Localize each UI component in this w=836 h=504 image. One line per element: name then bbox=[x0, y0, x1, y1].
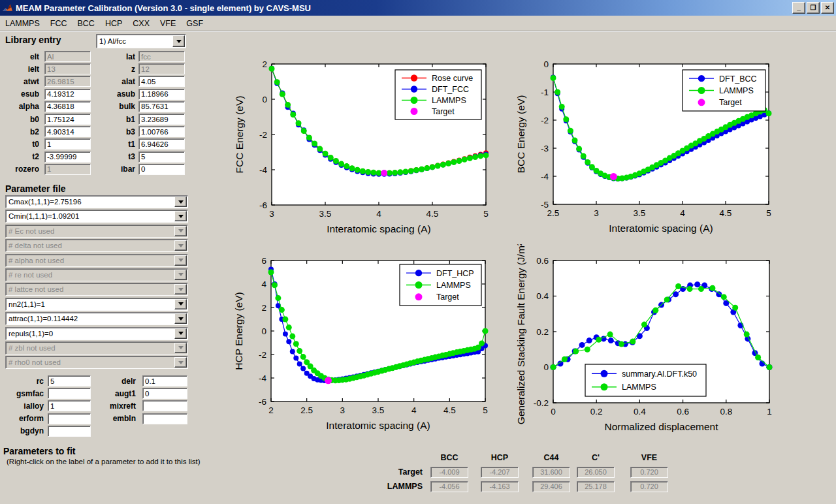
svg-text:3: 3 bbox=[269, 209, 274, 219]
field-z bbox=[138, 63, 185, 74]
menu-item-gsf[interactable]: GSF bbox=[181, 17, 208, 30]
param-dropdown-arrow bbox=[174, 284, 187, 294]
field-erform[interactable] bbox=[48, 413, 91, 424]
param-dropdown-arrow bbox=[174, 226, 187, 236]
chevron-down-icon bbox=[178, 200, 184, 204]
results-row-label-lammps: LAMMPS bbox=[364, 482, 423, 491]
field-delr[interactable] bbox=[142, 375, 187, 386]
field-ialloy[interactable] bbox=[48, 400, 91, 411]
field-t3[interactable] bbox=[138, 151, 185, 163]
param-dropdown-arrow[interactable] bbox=[174, 197, 187, 207]
settings-field-grid: rcdelrgsmfacaugt1ialloymixrefterformembl… bbox=[5, 375, 187, 437]
menu-item-hcp[interactable]: HCP bbox=[100, 17, 127, 30]
param-dropdown-arrow[interactable] bbox=[174, 299, 187, 309]
field-label-lat: lat bbox=[95, 52, 135, 61]
field-asub[interactable] bbox=[138, 89, 185, 100]
menu-item-cxx[interactable]: CXX bbox=[127, 17, 155, 30]
chevron-down-icon bbox=[178, 229, 184, 232]
field-t0[interactable] bbox=[44, 138, 91, 150]
field-label-augt1: augt1 bbox=[95, 389, 136, 398]
field-label-bgdyn: bgdyn bbox=[5, 426, 44, 435]
field-b3[interactable] bbox=[138, 126, 185, 137]
field-label-ibar: ibar bbox=[95, 165, 135, 174]
library-field-grid: eltlatieltzatwtalatesubasubalphabulkb0b1… bbox=[5, 50, 185, 176]
field-rc[interactable] bbox=[48, 375, 91, 386]
field-label-ielt: ielt bbox=[5, 65, 39, 74]
field-augt1[interactable] bbox=[142, 388, 187, 399]
minimize-button[interactable]: _ bbox=[792, 2, 805, 14]
matlab-icon bbox=[2, 3, 13, 14]
svg-text:4.5: 4.5 bbox=[426, 209, 439, 219]
menu-item-lammps[interactable]: LAMMPS bbox=[0, 17, 45, 30]
field-b0[interactable] bbox=[44, 114, 91, 125]
field-embln[interactable] bbox=[142, 413, 187, 424]
param-dropdown-arrow[interactable] bbox=[174, 328, 187, 339]
svg-text:0: 0 bbox=[543, 362, 549, 372]
menu-item-vfe[interactable]: VFE bbox=[155, 17, 181, 30]
field-gsmfac[interactable] bbox=[48, 388, 91, 399]
param-dropdown-arrow[interactable] bbox=[174, 313, 187, 324]
svg-text:Target: Target bbox=[436, 292, 459, 302]
field-label-b0: b0 bbox=[5, 115, 39, 124]
chart-fcc: 33.544.55-6-4-202Interatomic spacing (A)… bbox=[226, 48, 502, 242]
results-value-target-bcc: -4.009 bbox=[430, 467, 468, 478]
results-value-lammps-hcp: -4.163 bbox=[481, 481, 519, 492]
param-dropdown-text: Cmax(1,1,1)=2.75196 bbox=[6, 198, 174, 206]
param-dropdown-text: # lattce not used bbox=[6, 285, 174, 293]
results-value-lammps-vfe: 0.720 bbox=[630, 481, 668, 492]
field-t2[interactable] bbox=[44, 151, 91, 163]
field-b1[interactable] bbox=[138, 114, 185, 125]
svg-text:5: 5 bbox=[483, 209, 489, 219]
param-dropdown-text: Cmin(1,1,1)=1.09201 bbox=[6, 212, 174, 220]
param-dropdown-text: nn2(1,1)=1 bbox=[6, 300, 174, 308]
field-label-t2: t2 bbox=[5, 152, 39, 161]
field-row: bgdyn bbox=[5, 425, 187, 437]
svg-text:BCC Energy (eV): BCC Energy (eV) bbox=[515, 95, 526, 174]
param-dropdown-8[interactable]: nn2(1,1)=1 bbox=[5, 298, 188, 311]
svg-text:Target: Target bbox=[719, 98, 742, 107]
field-label-t0: t0 bbox=[5, 140, 39, 149]
field-row: atwtalat bbox=[5, 75, 185, 87]
field-b2[interactable] bbox=[44, 126, 91, 137]
svg-text:3: 3 bbox=[594, 208, 599, 218]
param-dropdown-text: # re not used bbox=[6, 271, 174, 279]
param-dropdown-2[interactable]: Cmin(1,1,1)=1.09201 bbox=[5, 210, 188, 223]
field-label-ialloy: ialloy bbox=[5, 402, 44, 411]
svg-text:-6: -6 bbox=[259, 397, 266, 407]
menu-item-fcc[interactable]: FCC bbox=[45, 17, 72, 30]
field-alpha[interactable] bbox=[44, 101, 91, 112]
param-dropdown-text: # delta not used bbox=[6, 242, 174, 249]
restore-button[interactable]: ❐ bbox=[807, 2, 820, 14]
param-dropdown-9[interactable]: attrac(1,1)=0.114442 bbox=[5, 312, 188, 325]
svg-text:0: 0 bbox=[261, 326, 266, 336]
field-bulk[interactable] bbox=[138, 101, 185, 112]
field-label-t1: t1 bbox=[95, 140, 135, 149]
param-dropdown-text: repuls(1,1)=0 bbox=[6, 330, 174, 338]
svg-text:-5: -5 bbox=[541, 200, 549, 210]
field-bgdyn[interactable] bbox=[48, 426, 91, 437]
param-dropdown-1[interactable]: Cmax(1,1,1)=2.75196 bbox=[5, 195, 188, 208]
svg-text:-6: -6 bbox=[259, 200, 267, 210]
field-esub[interactable] bbox=[44, 89, 91, 100]
field-rozero bbox=[44, 164, 91, 175]
svg-text:Interatomic spacing (A): Interatomic spacing (A) bbox=[327, 223, 430, 234]
svg-text:2: 2 bbox=[261, 303, 266, 313]
parameters-to-fit-heading: Parameters to fit bbox=[3, 446, 75, 456]
results-value-lammps-c44: 29.406 bbox=[532, 481, 570, 492]
svg-text:0.4: 0.4 bbox=[536, 291, 549, 301]
field-mixreft[interactable] bbox=[142, 400, 187, 411]
field-ibar[interactable] bbox=[138, 164, 185, 175]
library-entry-selector-arrow[interactable] bbox=[172, 35, 185, 47]
library-entry-selector[interactable]: 1) Al/fcc bbox=[96, 34, 186, 48]
svg-text:-1: -1 bbox=[541, 87, 549, 97]
field-t1[interactable] bbox=[138, 138, 185, 150]
field-alat[interactable] bbox=[138, 76, 185, 87]
menu-item-bcc[interactable]: BCC bbox=[72, 17, 100, 30]
results-column-c44: C44 bbox=[532, 453, 570, 462]
field-label-erform: erform bbox=[5, 414, 44, 423]
close-button[interactable]: ✕ bbox=[821, 2, 834, 14]
svg-text:Target: Target bbox=[432, 107, 455, 116]
param-dropdown-arrow[interactable] bbox=[174, 211, 187, 221]
field-label-gsmfac: gsmfac bbox=[5, 389, 44, 398]
param-dropdown-10[interactable]: repuls(1,1)=0 bbox=[5, 327, 188, 340]
